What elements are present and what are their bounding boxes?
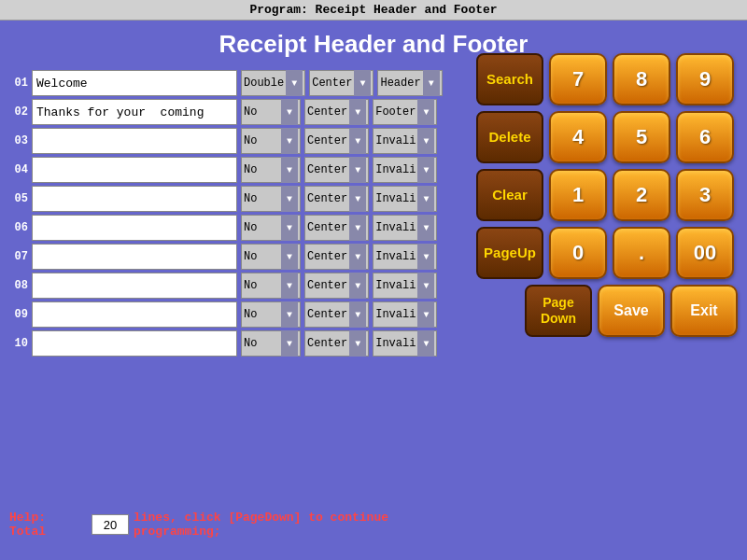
align-dropdown[interactable]: Center ▼ (304, 244, 369, 270)
help-total-input[interactable] (92, 514, 129, 535)
save-button[interactable]: Save (598, 285, 665, 337)
align-dropdown[interactable]: Center ▼ (304, 157, 369, 183)
exit-button[interactable]: Exit (670, 285, 738, 337)
size-dropdown[interactable]: No ▼ (241, 186, 301, 212)
type-dropdown[interactable]: Header ▼ (377, 70, 442, 96)
row-number: 06 (9, 221, 28, 234)
size-dropdown[interactable]: Double ▼ (241, 70, 305, 96)
title-label: Program: Receipt Header and Footer (249, 3, 497, 17)
size-dropdown[interactable]: No ▼ (241, 330, 301, 357)
align-dropdown[interactable]: Center ▼ (309, 70, 374, 96)
align-dropdown[interactable]: Center ▼ (304, 330, 369, 357)
number-grid: 7 8 9 4 5 6 1 2 3 0 . 00 (549, 53, 734, 279)
type-dropdown[interactable]: Invali ▼ (373, 157, 437, 183)
numpad-area: Search Delete Clear PageUp 7 8 9 4 5 6 1… (476, 53, 738, 279)
type-dropdown[interactable]: Invali ▼ (373, 215, 437, 241)
type-dropdown[interactable]: Invali ▼ (373, 244, 437, 270)
row-number: 08 (9, 279, 28, 292)
num0-button[interactable]: 0 (549, 227, 607, 279)
delete-button[interactable]: Delete (476, 111, 543, 163)
dot-button[interactable]: . (613, 227, 670, 279)
row-number: 05 (9, 192, 28, 205)
type-dropdown[interactable]: Invali ▼ (373, 186, 437, 212)
title-bar: Program: Receipt Header and Footer (0, 0, 747, 21)
type-dropdown[interactable]: Invali ▼ (373, 330, 437, 357)
row-number: 04 (9, 163, 28, 176)
help-prefix: Help: Total (9, 511, 87, 539)
type-dropdown[interactable]: Invali ▼ (373, 273, 437, 299)
align-dropdown[interactable]: Center ▼ (304, 301, 369, 328)
row-text-input[interactable] (32, 330, 237, 357)
num6-button[interactable]: 6 (676, 111, 734, 163)
row-number: 10 (9, 337, 28, 350)
side-panel: Search Delete Clear PageUp 7 8 9 4 5 6 1… (476, 53, 738, 337)
help-suffix: lines, click [PageDown] to continue prog… (134, 511, 472, 539)
type-dropdown[interactable]: Invali ▼ (373, 128, 437, 154)
num4-button[interactable]: 4 (549, 111, 607, 163)
row-number: 01 (9, 77, 28, 90)
type-dropdown[interactable]: Invali ▼ (373, 301, 437, 328)
size-dropdown[interactable]: No ▼ (241, 301, 301, 328)
row-text-input[interactable] (32, 273, 237, 299)
row-text-input[interactable] (32, 301, 237, 328)
row-text-input[interactable] (32, 244, 237, 270)
num5-button[interactable]: 5 (613, 111, 670, 163)
row-number: 07 (9, 250, 28, 263)
type-dropdown[interactable]: Footer ▼ (373, 99, 437, 125)
help-bar: Help: Total lines, click [PageDown] to c… (9, 511, 472, 539)
page-up-button[interactable]: PageUp (476, 227, 543, 279)
align-dropdown[interactable]: Center ▼ (304, 186, 369, 212)
align-dropdown[interactable]: Center ▼ (304, 273, 369, 299)
page-down-button[interactable]: PageDown (525, 285, 592, 337)
num9-button[interactable]: 9 (676, 53, 734, 105)
row-text-input[interactable] (32, 70, 237, 96)
num7-button[interactable]: 7 (549, 53, 607, 105)
num1-button[interactable]: 1 (549, 169, 607, 221)
size-dropdown[interactable]: No ▼ (241, 99, 301, 125)
search-button[interactable]: Search (476, 53, 543, 105)
num8-button[interactable]: 8 (613, 53, 670, 105)
size-dropdown[interactable]: No ▼ (241, 128, 301, 154)
row-text-input[interactable] (32, 157, 237, 183)
row-text-input[interactable] (32, 215, 237, 241)
num2-button[interactable]: 2 (613, 169, 670, 221)
clear-button[interactable]: Clear (476, 169, 543, 221)
bottom-buttons: PageDown Save Exit (476, 285, 738, 337)
row-text-input[interactable] (32, 99, 237, 125)
align-dropdown[interactable]: Center ▼ (304, 128, 369, 154)
align-dropdown[interactable]: Center ▼ (304, 215, 369, 241)
size-dropdown[interactable]: No ▼ (241, 215, 301, 241)
row-number: 03 (9, 134, 28, 147)
double-zero-button[interactable]: 00 (676, 227, 734, 279)
size-dropdown[interactable]: No ▼ (241, 157, 301, 183)
size-dropdown[interactable]: No ▼ (241, 244, 301, 270)
row-number: 09 (9, 308, 28, 321)
row-number: 02 (9, 105, 28, 119)
action-column: Search Delete Clear PageUp (476, 53, 543, 279)
num3-button[interactable]: 3 (676, 169, 734, 221)
align-dropdown[interactable]: Center ▼ (304, 99, 369, 125)
size-dropdown[interactable]: No ▼ (241, 273, 301, 299)
row-text-input[interactable] (32, 128, 237, 154)
row-text-input[interactable] (32, 186, 237, 212)
